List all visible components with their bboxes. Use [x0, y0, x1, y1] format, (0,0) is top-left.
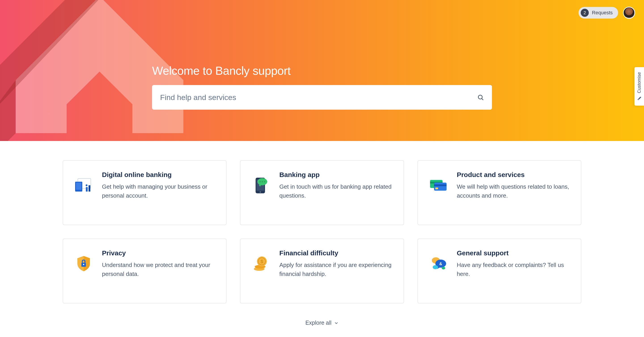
- devices-chart-icon: [74, 176, 93, 195]
- chevron-down-icon: [334, 321, 338, 325]
- svg-point-21: [83, 264, 84, 265]
- card-general-support[interactable]: & General support Have any feedback or c…: [418, 238, 582, 303]
- svg-point-30: [433, 265, 438, 269]
- hero-banner: 2 Requests Customise Welcome to Bancly s…: [0, 0, 644, 141]
- page-title: Welcome to Bancly support: [152, 64, 492, 77]
- card-desc: Understand how we protect and treat your…: [102, 260, 215, 279]
- requests-count-badge: 2: [581, 9, 589, 17]
- svg-point-7: [86, 184, 88, 186]
- phone-chat-icon: [252, 176, 270, 195]
- requests-label: Requests: [592, 10, 613, 16]
- card-desc: Get in touch with us for banking app rel…: [279, 182, 392, 200]
- svg-point-14: [264, 181, 265, 182]
- card-title: Financial difficulty: [279, 249, 392, 257]
- card-banking-app[interactable]: Banking app Get in touch with us for ban…: [240, 160, 404, 225]
- card-desc: We will help with questions related to l…: [457, 182, 570, 200]
- user-avatar[interactable]: [623, 7, 635, 19]
- pencil-icon: [637, 96, 642, 101]
- card-product-and-services[interactable]: Product and services We will help with q…: [418, 160, 582, 225]
- search-input[interactable]: [160, 93, 477, 102]
- svg-point-10: [260, 191, 261, 193]
- card-title: Banking app: [279, 171, 392, 179]
- card-title: Digital online banking: [102, 171, 215, 179]
- svg-rect-18: [434, 184, 446, 186]
- svg-rect-6: [88, 185, 90, 192]
- card-title: Product and services: [457, 171, 570, 179]
- customise-button[interactable]: Customise: [634, 67, 644, 106]
- svg-rect-4: [76, 183, 82, 190]
- explore-all-button[interactable]: Explore all: [62, 319, 582, 326]
- card-title: Privacy: [102, 249, 215, 257]
- requests-button[interactable]: 2 Requests: [578, 7, 618, 19]
- svg-line-1: [482, 99, 483, 100]
- svg-rect-5: [86, 187, 88, 192]
- card-desc: Get help with managing your business or …: [102, 182, 215, 200]
- svg-rect-19: [435, 188, 438, 189]
- svg-point-13: [262, 181, 263, 182]
- card-desc: Have any feedback or complaints? Tell us…: [457, 260, 570, 279]
- credit-cards-icon: [429, 176, 448, 195]
- customise-label: Customise: [636, 72, 642, 93]
- search-icon: [477, 94, 484, 101]
- explore-all-label: Explore all: [306, 319, 332, 326]
- card-desc: Apply for assistance if you are experien…: [279, 260, 392, 279]
- card-digital-online-banking[interactable]: Digital online banking Get help with man…: [62, 160, 226, 225]
- svg-point-12: [260, 181, 261, 182]
- svg-rect-17: [434, 183, 446, 191]
- search-bar[interactable]: [152, 85, 492, 110]
- svg-text:&: &: [439, 262, 442, 266]
- card-privacy[interactable]: Privacy Understand how we protect and tr…: [62, 238, 226, 303]
- svg-text:$: $: [260, 259, 263, 264]
- shield-lock-icon: [74, 254, 93, 273]
- chat-bubbles-icon: &: [429, 254, 448, 273]
- card-financial-difficulty[interactable]: $ Financial difficulty Apply for assista…: [240, 238, 404, 303]
- svg-point-31: [442, 267, 445, 269]
- coins-icon: $: [252, 254, 270, 273]
- card-title: General support: [457, 249, 570, 257]
